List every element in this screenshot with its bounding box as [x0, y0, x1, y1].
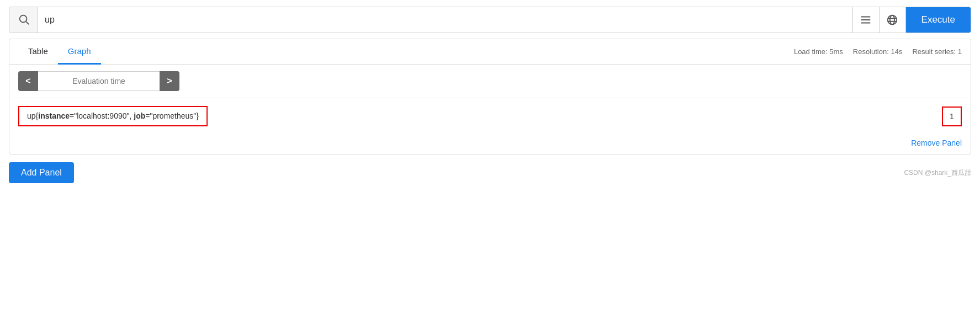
eval-time-input[interactable]: [38, 71, 160, 91]
svg-point-0: [19, 15, 27, 22]
metric-key-instance: instance: [38, 111, 70, 120]
eval-prev-button[interactable]: <: [18, 71, 38, 91]
metric-prefix: up{: [27, 111, 38, 120]
toolbar-icons: Execute: [852, 7, 971, 33]
meta-info: Load time: 5ms Resolution: 14s Result se…: [794, 47, 962, 56]
query-input[interactable]: up: [38, 7, 852, 33]
add-panel-row: Add Panel CSDN @shark_西瓜甜: [9, 160, 971, 185]
metric-key-job: job: [134, 111, 145, 120]
tab-graph[interactable]: Graph: [58, 39, 101, 65]
search-icon-wrapper: [9, 7, 38, 33]
result-value: 1: [942, 106, 962, 126]
result-metric: up{instance="localhost:9090", job="prome…: [18, 106, 208, 126]
tab-table[interactable]: Table: [18, 39, 58, 65]
tabs-row: Table Graph Load time: 5ms Resolution: 1…: [9, 39, 971, 65]
metric-eq2: ="prometheus"}: [145, 111, 199, 120]
add-panel-button[interactable]: Add Panel: [9, 162, 74, 183]
result-row: up{instance="localhost:9090", job="prome…: [9, 98, 971, 134]
eval-time-row: < >: [9, 65, 971, 98]
panel: Table Graph Load time: 5ms Resolution: 1…: [9, 39, 971, 154]
eval-next-button[interactable]: >: [160, 71, 179, 91]
svg-point-5: [888, 15, 897, 25]
search-icon: [18, 13, 30, 27]
metric-eq1: ="localhost:9090",: [70, 111, 134, 120]
globe-button[interactable]: [880, 7, 906, 33]
resolution: Resolution: 14s: [853, 47, 903, 56]
remove-panel-row: Remove Panel: [9, 134, 971, 154]
hamburger-icon: [860, 14, 872, 26]
hamburger-button[interactable]: [853, 7, 880, 33]
remove-panel-link[interactable]: Remove Panel: [911, 138, 962, 147]
result-series: Result series: 1: [912, 47, 962, 56]
execute-button[interactable]: Execute: [906, 7, 971, 33]
tabs: Table Graph: [18, 39, 101, 64]
load-time: Load time: 5ms: [794, 47, 843, 56]
svg-line-1: [26, 22, 29, 24]
search-bar: up Execute: [9, 7, 971, 33]
svg-point-6: [890, 15, 894, 25]
watermark: CSDN @shark_西瓜甜: [904, 168, 971, 178]
globe-icon: [886, 14, 898, 26]
